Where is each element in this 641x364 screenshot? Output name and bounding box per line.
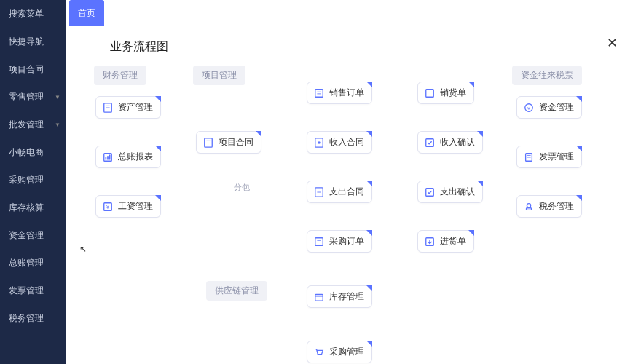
node-income-confirm[interactable]: 收入确认 xyxy=(417,131,483,154)
tab-label: 首页 xyxy=(78,7,95,20)
sidebar-item-label: 项目合同 xyxy=(9,63,44,76)
cursor-icon: ↖ xyxy=(79,244,87,254)
node-purchase-order[interactable]: 采购订单 xyxy=(307,230,372,253)
sidebar-item-inventory[interactable]: 库存核算 xyxy=(0,194,66,221)
node-expense-confirm[interactable]: 支出确认 xyxy=(417,181,483,203)
svg-rect-19 xyxy=(106,157,107,160)
node-label: 销售订单 xyxy=(329,87,364,99)
doc-icon xyxy=(313,137,325,149)
node-label: 税务管理 xyxy=(539,200,574,213)
node-ledger[interactable]: 总账报表 xyxy=(95,146,161,168)
svg-rect-37 xyxy=(426,89,434,97)
svg-rect-20 xyxy=(107,156,109,159)
doc-icon xyxy=(102,102,114,114)
sidebar-item-label: 零售管理 xyxy=(9,91,44,103)
main-canvas: 首页 ✕ 业务流程图 ↖ 财务管理 项目管理 资金往来税票 供应链管理 分包 资… xyxy=(66,0,641,364)
node-purchase-mgmt[interactable]: 采购管理 xyxy=(307,341,372,363)
node-invoice[interactable]: 发票管理 xyxy=(516,146,582,168)
node-label: 采购订单 xyxy=(329,235,364,248)
sidebar-item-search[interactable]: 搜索菜单 xyxy=(0,0,66,28)
coin-icon: ¥ xyxy=(523,102,535,114)
sidebar: 搜索菜单 快捷导航 项目合同 零售管理▼ 批发管理▼ 小畅电商 采购管理 库存核… xyxy=(0,0,66,364)
money-icon: ¥ xyxy=(102,201,114,213)
doc-icon xyxy=(313,186,325,198)
list-icon xyxy=(313,87,325,99)
box-icon xyxy=(313,291,325,303)
node-label: 资产管理 xyxy=(118,101,153,114)
svg-rect-33 xyxy=(315,237,323,245)
in-icon xyxy=(424,236,436,248)
node-expense-contract[interactable]: 支出合同 xyxy=(307,181,372,203)
sidebar-item-label: 搜索菜单 xyxy=(9,8,44,20)
sidebar-item-label: 资金管理 xyxy=(9,229,44,242)
node-label: 支出合同 xyxy=(329,186,364,198)
node-label: 销货单 xyxy=(440,87,466,99)
node-label: 资金管理 xyxy=(539,101,574,114)
doc-icon xyxy=(424,87,436,99)
tab-home[interactable]: 首页 xyxy=(69,0,104,26)
node-label: 进货单 xyxy=(440,235,466,248)
cart-icon xyxy=(313,347,325,358)
chevron-down-icon: ▼ xyxy=(55,94,60,100)
node-label: 支出确认 xyxy=(440,186,475,198)
node-inventory[interactable]: 库存管理 xyxy=(307,285,372,308)
group-project: 项目管理 xyxy=(193,66,245,85)
svg-rect-26 xyxy=(315,89,323,97)
sidebar-item-label: 批发管理 xyxy=(9,119,44,131)
sidebar-item-label: 小畅电商 xyxy=(9,146,44,159)
sidebar-item-label: 采购管理 xyxy=(9,174,44,186)
svg-point-30 xyxy=(318,141,320,144)
sidebar-item-label: 总账管理 xyxy=(9,257,44,269)
sidebar-item-quicknav[interactable]: 快捷导航 xyxy=(0,28,66,55)
sidebar-item-label: 库存核算 xyxy=(9,202,44,214)
svg-point-46 xyxy=(527,203,530,207)
sidebar-item-label: 快捷导航 xyxy=(9,36,44,48)
sidebar-item-label: 发票管理 xyxy=(9,285,44,297)
sidebar-item-retail[interactable]: 零售管理▼ xyxy=(0,83,66,111)
page-title: 业务流程图 xyxy=(110,39,168,55)
sidebar-item-label: 税务管理 xyxy=(9,312,44,325)
node-label: 收入确认 xyxy=(440,136,475,149)
node-income-contract[interactable]: 收入合同 xyxy=(307,131,372,154)
sidebar-item-contract[interactable]: 项目合同 xyxy=(0,55,66,83)
node-tax[interactable]: 税务管理 xyxy=(516,195,582,218)
svg-rect-24 xyxy=(205,138,213,146)
sidebar-item-tax[interactable]: 税务管理 xyxy=(0,304,66,332)
node-shipment[interactable]: 销货单 xyxy=(417,82,474,104)
check-icon xyxy=(424,186,436,198)
check-icon xyxy=(424,137,436,149)
node-label: 库存管理 xyxy=(329,290,364,303)
group-fund: 资金往来税票 xyxy=(512,66,582,85)
svg-rect-21 xyxy=(109,154,111,159)
group-supply: 供应链管理 xyxy=(206,281,267,301)
node-label: 总账报表 xyxy=(118,151,153,163)
chevron-down-icon: ▼ xyxy=(55,122,60,128)
node-asset[interactable]: 资产管理 xyxy=(95,96,161,119)
node-salary[interactable]: ¥工资管理 xyxy=(95,195,161,218)
sidebar-item-purchase[interactable]: 采购管理 xyxy=(0,166,66,194)
svg-rect-35 xyxy=(315,294,323,301)
sidebar-item-invoice[interactable]: 发票管理 xyxy=(0,277,66,304)
svg-text:¥: ¥ xyxy=(527,105,530,110)
node-contract[interactable]: 项目合同 xyxy=(196,131,261,154)
node-fund[interactable]: ¥资金管理 xyxy=(516,96,582,119)
sidebar-item-wholesale[interactable]: 批发管理▼ xyxy=(0,111,66,138)
node-label: 发票管理 xyxy=(539,151,574,163)
sidebar-item-ledger[interactable]: 总账管理 xyxy=(0,249,66,277)
sidebar-item-ecom[interactable]: 小畅电商 xyxy=(0,138,66,166)
list-icon xyxy=(313,236,325,248)
stamp-icon xyxy=(523,201,535,213)
svg-rect-47 xyxy=(527,207,532,210)
invoice-icon xyxy=(523,151,535,163)
node-stockin[interactable]: 进货单 xyxy=(417,230,474,253)
node-sales[interactable]: 销售订单 xyxy=(307,82,372,104)
close-icon[interactable]: ✕ xyxy=(607,35,618,51)
node-label: 收入合同 xyxy=(329,136,364,149)
node-label: 项目合同 xyxy=(219,136,253,149)
node-label: 工资管理 xyxy=(118,200,153,213)
sub-fenbao: 分包 xyxy=(234,182,250,193)
node-label: 采购管理 xyxy=(329,346,364,358)
svg-text:¥: ¥ xyxy=(106,204,109,209)
sidebar-item-fund[interactable]: 资金管理 xyxy=(0,221,66,249)
doc-icon xyxy=(202,137,214,149)
